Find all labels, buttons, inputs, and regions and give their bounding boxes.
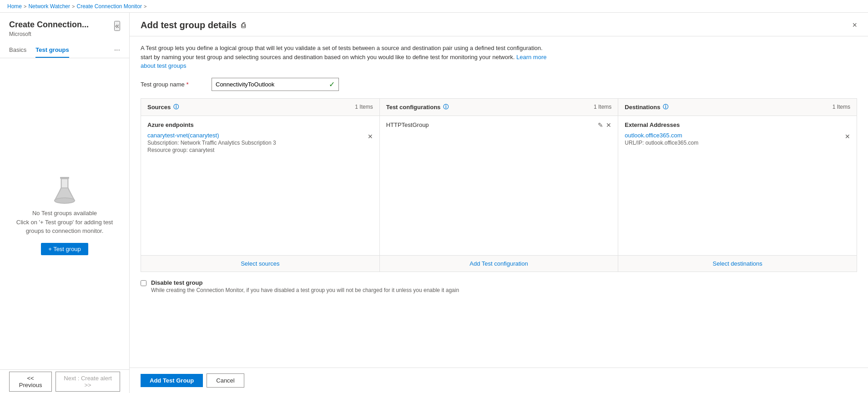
- app-container: Home > Network Watcher > Create Connecti…: [0, 0, 868, 393]
- svg-point-2: [55, 198, 75, 203]
- test-group-name-label: Test group name *: [141, 81, 204, 88]
- nav-item-test-groups[interactable]: Test groups: [35, 43, 69, 58]
- valid-checkmark-icon: ✓: [329, 80, 335, 89]
- breadcrumb-sep-1: >: [24, 4, 26, 9]
- breadcrumb: Home > Network Watcher > Create Connecti…: [0, 0, 868, 13]
- select-sources-link[interactable]: Select sources: [241, 260, 279, 267]
- add-test-group-sidebar-button[interactable]: + Test group: [41, 243, 88, 255]
- bottom-nav: << Previous Next : Create alert >>: [0, 369, 129, 393]
- destinations-footer: Select destinations: [618, 255, 857, 272]
- panel-header: Add test group details ⎙ ×: [130, 13, 868, 36]
- destinations-panel: Destinations ⓘ 1 Items External Addresse…: [618, 99, 857, 272]
- flask-icon: [46, 172, 83, 209]
- disable-label: Disable test group: [151, 279, 459, 286]
- destinations-count: 1 Items: [833, 104, 850, 110]
- destination-item-url: URL/IP: outlook.office365.com: [625, 140, 698, 146]
- panel-description: A Test group lets you define a logical g…: [141, 44, 550, 71]
- next-button[interactable]: Next : Create alert >>: [56, 372, 120, 392]
- sources-header: Sources ⓘ 1 Items: [141, 99, 379, 116]
- sources-title: Sources ⓘ: [147, 103, 179, 111]
- nav-item-basics[interactable]: Basics: [9, 43, 26, 58]
- breadcrumb-network-watcher[interactable]: Network Watcher: [28, 3, 70, 10]
- source-item-link[interactable]: canarytest-vnet(canarytest): [147, 132, 219, 139]
- sources-count: 1 Items: [355, 104, 373, 110]
- test-group-name-field[interactable]: ✓: [212, 78, 339, 91]
- panel-footer: Add Test Group Cancel: [130, 368, 868, 393]
- sources-footer: Select sources: [141, 255, 379, 272]
- test-configurations-body: HTTPTestGroup ✎ ✕: [380, 116, 618, 255]
- add-test-group-button[interactable]: Add Test Group: [141, 374, 203, 387]
- sidebar-collapse-button[interactable]: «: [114, 21, 120, 31]
- test-configurations-header: Test configurations ⓘ 1 Items: [380, 99, 618, 116]
- panel-description-text: A Test group lets you define a logical g…: [141, 45, 543, 60]
- columns-container: Sources ⓘ 1 Items Azure endpoints canary…: [141, 98, 857, 272]
- source-item-subscription: Subscription: Network Traffic Analytics …: [147, 140, 276, 146]
- nav-more-icon[interactable]: ···: [114, 46, 120, 54]
- sidebar-empty-state: No Test groups available Click on '+ Tes…: [0, 58, 129, 369]
- test-config-actions: ✎ ✕: [598, 121, 611, 129]
- destinations-body: External Addresses outlook.office365.com…: [618, 116, 857, 255]
- test-config-name: HTTPTestGroup: [386, 121, 429, 128]
- sources-info-icon[interactable]: ⓘ: [173, 103, 179, 111]
- form-row-test-group-name: Test group name * ✓: [141, 78, 857, 91]
- test-config-remove-button[interactable]: ✕: [606, 121, 611, 129]
- breadcrumb-sep-3: >: [144, 4, 146, 9]
- destination-item-remove-button[interactable]: ✕: [845, 133, 850, 140]
- test-configurations-title: Test configurations ⓘ: [386, 103, 449, 111]
- test-configurations-title-text: Test configurations: [386, 104, 441, 111]
- test-config-item-0: HTTPTestGroup ✎ ✕: [386, 121, 612, 129]
- sidebar-header: Create Connection... Microsoft «: [0, 13, 129, 39]
- main-layout: Create Connection... Microsoft « Basics …: [0, 13, 868, 393]
- source-item-0: canarytest-vnet(canarytest) Subscription…: [147, 132, 373, 153]
- print-icon[interactable]: ⎙: [241, 21, 246, 30]
- test-configurations-count: 1 Items: [594, 104, 611, 110]
- breadcrumb-home[interactable]: Home: [7, 3, 22, 10]
- destinations-header: Destinations ⓘ 1 Items: [618, 99, 857, 116]
- sidebar-title: Create Connection...: [9, 20, 89, 30]
- disable-test-group-checkbox[interactable]: [141, 280, 146, 286]
- destinations-title-text: Destinations: [625, 104, 660, 111]
- breadcrumb-create-connection-monitor[interactable]: Create Connection Monitor: [76, 3, 141, 10]
- select-destinations-link[interactable]: Select destinations: [713, 260, 762, 267]
- disable-section: Disable test group While creating the Co…: [141, 279, 857, 293]
- sources-body: Azure endpoints canarytest-vnet(canaryte…: [141, 116, 379, 255]
- test-configurations-footer: Add Test configuration: [380, 255, 618, 272]
- destinations-title: Destinations ⓘ: [625, 103, 668, 111]
- previous-button[interactable]: << Previous: [9, 372, 52, 392]
- panel-close-button[interactable]: ×: [852, 20, 857, 30]
- sidebar: Create Connection... Microsoft « Basics …: [0, 13, 130, 393]
- panel-title-text: Add test group details: [141, 20, 237, 30]
- required-marker: *: [186, 81, 188, 88]
- external-addresses-title: External Addresses: [625, 121, 850, 128]
- test-config-edit-button[interactable]: ✎: [598, 121, 603, 129]
- sidebar-nav: Basics Test groups ···: [0, 39, 129, 58]
- test-group-name-input[interactable]: [216, 81, 325, 88]
- svg-rect-3: [61, 179, 68, 188]
- breadcrumb-sep-2: >: [72, 4, 75, 9]
- no-groups-text: No Test groups available Click on '+ Tes…: [16, 209, 113, 236]
- panel-body: A Test group lets you define a logical g…: [130, 36, 868, 368]
- destination-item-0: outlook.office365.com URL/IP: outlook.of…: [625, 132, 850, 146]
- destination-item-link[interactable]: outlook.office365.com: [625, 132, 682, 139]
- test-configurations-panel: Test configurations ⓘ 1 Items HTTPTestGr…: [380, 99, 619, 272]
- disable-description: While creating the Connection Monitor, i…: [151, 287, 459, 293]
- destinations-info-icon[interactable]: ⓘ: [663, 103, 668, 111]
- source-item-resource-group: Resource group: canarytest: [147, 147, 276, 153]
- cancel-button[interactable]: Cancel: [207, 373, 244, 388]
- source-item-remove-button[interactable]: ✕: [368, 133, 373, 140]
- panel: Add test group details ⎙ × A Test group …: [130, 13, 868, 393]
- add-test-configuration-link[interactable]: Add Test configuration: [469, 260, 528, 267]
- sources-panel: Sources ⓘ 1 Items Azure endpoints canary…: [141, 99, 380, 272]
- azure-endpoints-title: Azure endpoints: [147, 121, 373, 128]
- test-configs-info-icon[interactable]: ⓘ: [443, 103, 449, 111]
- sidebar-subtitle: Microsoft: [9, 31, 89, 37]
- sources-title-text: Sources: [147, 104, 171, 111]
- panel-title: Add test group details ⎙: [141, 20, 246, 30]
